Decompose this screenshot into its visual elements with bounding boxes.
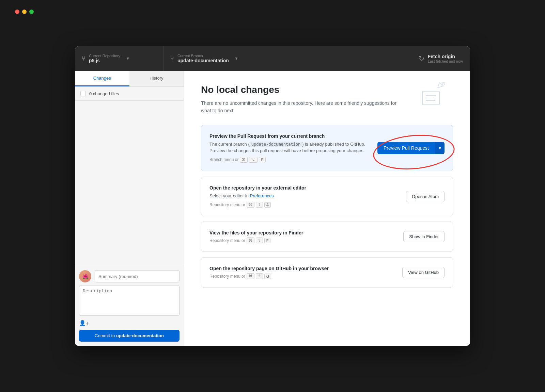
branch-chevron-icon: ▼ (234, 56, 238, 61)
repo-name: p5.js (89, 58, 120, 63)
card-preview-pr-shortcut: Branch menu or ⌘ ⌥ P (209, 157, 369, 163)
card-view-github-title: Open the repository page on GitHub in yo… (209, 266, 394, 271)
preferences-link[interactable]: Preferences (250, 193, 274, 198)
card-open-editor-text: Open the repository in your external edi… (209, 185, 398, 208)
card-view-github-action: View on GitHub (402, 267, 445, 278)
file-list-empty (75, 101, 184, 266)
preview-pull-request-dropdown[interactable]: ▾ (435, 142, 445, 154)
view-on-github-button[interactable]: View on GitHub (402, 267, 445, 278)
card-view-github: Open the repository page on GitHub in yo… (201, 257, 453, 288)
fetch-origin-section[interactable]: ↻ Fetch origin Last fetched just now (412, 46, 470, 71)
card-open-editor-action: Open in Atom (406, 191, 445, 202)
fetch-sublabel: Last fetched just now (428, 59, 463, 63)
card-open-editor-shortcut: Repository menu or ⌘ ⇧ A (209, 202, 398, 208)
no-changes-desc: There are no uncommitted changes in this… (201, 99, 399, 115)
sidebar: Changes History 0 changed files 🌺 👤+ Com (75, 71, 184, 346)
card-show-finder-text: View the files of your repository in Fin… (209, 230, 395, 243)
card-open-editor-desc: Select your editor in Preferences (209, 193, 398, 199)
sidebar-tabs: Changes History (75, 71, 184, 87)
avatar-summary-row: 🌺 (79, 270, 180, 282)
card-show-finder-shortcut: Repository menu or ⌘ ⇧ F (209, 238, 395, 243)
main-area: Changes History 0 changed files 🌺 👤+ Com (75, 71, 470, 346)
card-preview-pr-desc: The current branch (update-documentation… (209, 141, 369, 154)
changed-files-count: 0 changed files (89, 91, 119, 96)
fetch-label: Fetch origin (428, 54, 463, 59)
current-repository-section[interactable]: ⑂ Current Repository p5.js ▼ (75, 46, 164, 71)
content-area: No local changes There are no uncommitte… (184, 71, 470, 346)
card-preview-pr: Preview the Pull Request from your curre… (201, 125, 453, 171)
branch-icon: ⑂ (170, 55, 174, 62)
card-preview-pr-title: Preview the Pull Request from your curre… (209, 133, 369, 139)
repo-label: Current Repository (89, 54, 120, 58)
branch-label: Current Branch (177, 54, 229, 58)
tab-changes[interactable]: Changes (75, 71, 129, 86)
avatar: 🌺 (79, 270, 91, 282)
commit-form: 🌺 👤+ Commit to update-documentation (75, 266, 184, 346)
open-in-atom-button[interactable]: Open in Atom (406, 191, 445, 202)
commit-button[interactable]: Commit to update-documentation (79, 330, 180, 342)
no-changes-title: No local changes (201, 84, 453, 95)
coauthor-icon: 👤+ (79, 320, 89, 326)
summary-input[interactable] (95, 270, 180, 282)
select-all-checkbox[interactable] (80, 91, 86, 96)
current-branch-section[interactable]: ⑂ Current Branch update-documentation ▼ (164, 46, 412, 71)
card-view-github-shortcut: Repository menu or ⌘ ⇧ G (209, 273, 394, 279)
preview-pr-button-group: Preview Pull Request ▾ (377, 142, 445, 154)
repo-chevron-icon: ▼ (126, 56, 130, 61)
changed-files-row: 0 changed files (75, 87, 184, 101)
app-window: ⑂ Current Repository p5.js ▼ ⑂ Current B… (75, 46, 470, 346)
titlebar: ⑂ Current Repository p5.js ▼ ⑂ Current B… (75, 46, 470, 71)
card-view-github-text: Open the repository page on GitHub in yo… (209, 266, 394, 279)
repo-text: Current Repository p5.js (89, 54, 120, 63)
card-open-editor: Open the repository in your external edi… (201, 177, 453, 216)
fetch-text: Fetch origin Last fetched just now (428, 54, 463, 63)
card-show-finder-title: View the files of your repository in Fin… (209, 230, 395, 235)
branch-code: update-documentation (250, 142, 302, 147)
tab-history[interactable]: History (129, 71, 184, 86)
card-preview-pr-text: Preview the Pull Request from your curre… (209, 133, 369, 163)
branch-name: update-documentation (177, 58, 229, 63)
svg-point-5 (442, 82, 445, 85)
description-textarea[interactable] (79, 285, 180, 316)
coauthor-row: 👤+ (79, 320, 180, 326)
card-show-finder-action: Show in Finder (403, 231, 445, 242)
card-open-editor-title: Open the repository in your external edi… (209, 185, 398, 191)
content-header: No local changes There are no uncommitte… (201, 84, 453, 115)
show-in-finder-button[interactable]: Show in Finder (403, 231, 445, 242)
card-preview-pr-action: Preview Pull Request ▾ (377, 142, 445, 154)
illustration (419, 81, 450, 110)
card-show-finder: View the files of your repository in Fin… (201, 222, 453, 252)
repo-icon: ⑂ (82, 55, 85, 62)
fetch-icon: ↻ (419, 54, 424, 63)
branch-text: Current Branch update-documentation (177, 54, 229, 63)
preview-pull-request-button[interactable]: Preview Pull Request (377, 142, 435, 154)
